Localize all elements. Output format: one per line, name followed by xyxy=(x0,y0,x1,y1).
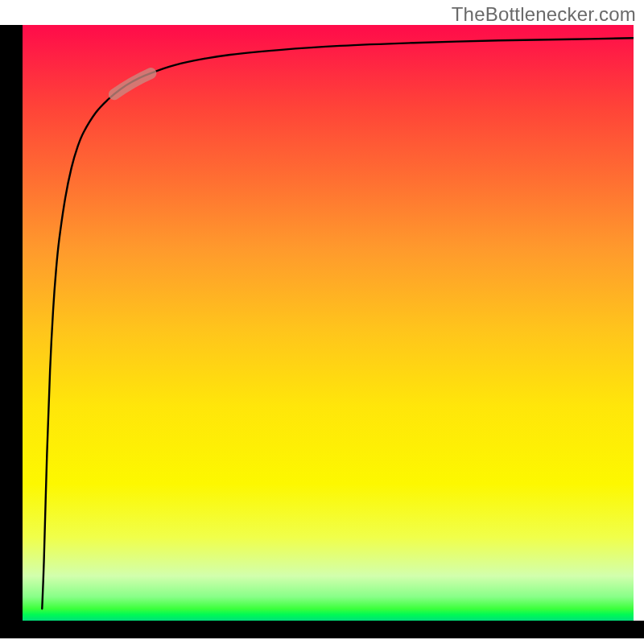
plot-background-gradient xyxy=(23,25,634,621)
y-axis-bar xyxy=(0,25,23,626)
attribution-label: TheBottlenecker.com xyxy=(452,3,636,26)
x-axis-bar xyxy=(0,621,644,638)
chart-frame: TheBottlenecker.com xyxy=(0,0,644,644)
